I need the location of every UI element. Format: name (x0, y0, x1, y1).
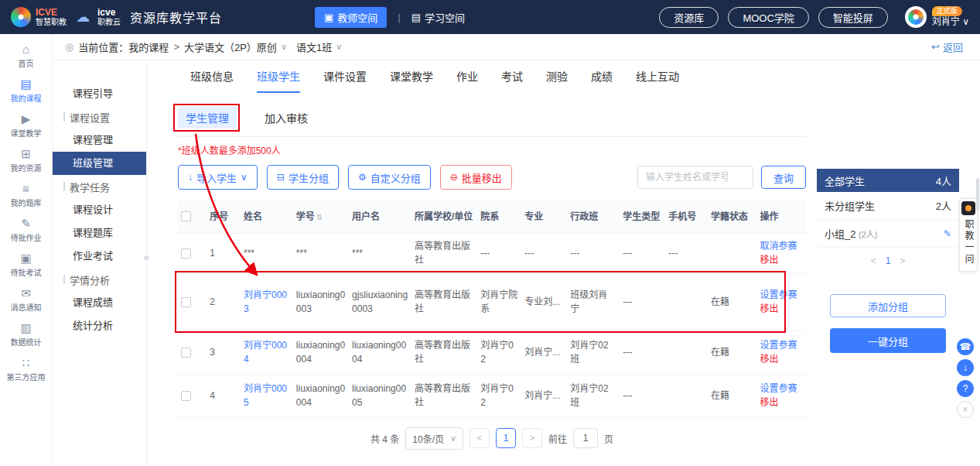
tab-class-info[interactable]: 班级信息 (190, 60, 234, 93)
search-input[interactable] (637, 166, 753, 189)
set-contest-link[interactable]: 设置参赛 (760, 288, 803, 302)
col-school: 所属学校/单位 (411, 199, 477, 233)
group-row[interactable]: 小组_2 (2人) ✎ (817, 220, 959, 248)
tab-online-interaction[interactable]: 线上互动 (636, 60, 679, 93)
remove-link[interactable]: 移出 (760, 302, 803, 316)
prev-page-button[interactable]: < (470, 428, 490, 448)
query-button[interactable]: 查询 (761, 166, 806, 189)
float-buttons: ☎ ↓ ? × (957, 338, 974, 418)
current-page[interactable]: 1 (496, 428, 516, 448)
class-dropdown-icon[interactable]: ∨ (336, 42, 342, 52)
remove-link[interactable]: 移出 (760, 352, 803, 366)
row-checkbox[interactable] (181, 391, 191, 401)
sidebar-item-course-question-bank[interactable]: 课程题库 (53, 221, 146, 245)
tab-class-students[interactable]: 班级学生 (257, 60, 300, 93)
rail-item-classroom-teaching[interactable]: ▶课堂教学 (0, 108, 52, 143)
download-float-button[interactable]: ↓ (957, 359, 974, 376)
zhijiao-qa-widget[interactable]: 职教一问 (959, 198, 978, 272)
batch-remove-button[interactable]: ⊖ 批量移出 (440, 165, 512, 190)
close-float-button[interactable]: × (957, 401, 974, 418)
sidebar-collapse-icon[interactable]: « (141, 246, 152, 268)
sidebar-item-course-grades[interactable]: 课程成绩 (53, 291, 146, 314)
student-name-link[interactable]: 刘肖宁0003 (244, 290, 287, 314)
sidebar-item-course-design[interactable]: 课程设计 (53, 198, 146, 221)
learning-space-button[interactable]: ▤ 学习空间 (411, 10, 465, 25)
tab-quiz[interactable]: 测验 (546, 60, 568, 93)
set-contest-link[interactable]: 设置参赛 (760, 338, 803, 352)
course-dropdown-icon[interactable]: ∨ (281, 42, 287, 52)
row-checkbox[interactable] (181, 248, 191, 259)
tab-courseware-settings[interactable]: 课件设置 (323, 60, 367, 93)
subtab-student-management[interactable]: 学生管理 (178, 107, 237, 128)
tabs-row: 班级信息 班级学生 课件设置 课堂教学 作业 考试 测验 成绩 线上互动 (178, 60, 806, 93)
col-major: 专业 (521, 199, 567, 233)
customer-service-button[interactable]: ☎ (957, 338, 974, 355)
rail-item-pending-exams[interactable]: ▣待批考试 (0, 248, 52, 283)
sidebar-item-homework-exam[interactable]: 作业考试 (53, 245, 146, 268)
sidebar-item-course-management[interactable]: 课程管理 (53, 128, 146, 152)
groups-next-button[interactable]: > (900, 255, 905, 266)
ungrouped-count: 2人 (936, 198, 951, 213)
tab-homework[interactable]: 作业 (456, 60, 478, 93)
all-students-header[interactable]: 全部学生 4人 (817, 169, 959, 192)
sort-icon[interactable]: ⇅ (316, 213, 323, 221)
nav-divider: | (398, 12, 400, 23)
sidebar-item-class-management[interactable]: 班级管理 (53, 152, 146, 175)
groups-prev-button[interactable]: < (871, 255, 876, 266)
add-group-button[interactable]: 添加分组 (830, 294, 946, 317)
back-button[interactable]: ↩ 返回 (931, 39, 963, 54)
students-table: 序号 姓名 学号⇅ 用户名 所属学校/单位 院系 专业 行政班 学生类型 手机号… (178, 199, 806, 418)
remove-link[interactable]: 移出 (760, 253, 803, 267)
next-page-button[interactable]: > (522, 428, 542, 448)
rail-item-my-courses[interactable]: ▤我的课程 (0, 74, 52, 108)
logo2-line1: icve (97, 8, 121, 18)
select-all-checkbox[interactable] (181, 211, 191, 221)
cancel-contest-link[interactable]: 取消参赛 (760, 239, 803, 253)
sidebar-item-course-guide[interactable]: 课程引导 (53, 82, 146, 105)
tab-classroom-teaching[interactable]: 课堂教学 (390, 60, 433, 93)
rail-item-third-party[interactable]: ∷第三方应用 (0, 352, 52, 387)
groups-current-page[interactable]: 1 (886, 255, 891, 266)
page-size-select[interactable]: 10条/页 ∨ (405, 427, 463, 450)
breadcrumb-my-courses[interactable]: 我的课程 (128, 39, 169, 54)
breadcrumb-class[interactable]: 语文1班 (296, 39, 332, 54)
col-status: 学籍状态 (708, 199, 756, 233)
student-name: *** (241, 233, 293, 273)
mooc-college-button[interactable]: MOOC学院 (728, 7, 808, 28)
row-checkbox[interactable] (181, 348, 191, 358)
row-checkbox[interactable] (181, 297, 191, 307)
rail-item-question-bank[interactable]: ≡我的题库 (0, 178, 52, 213)
rail-item-notifications[interactable]: ✉消息通知 (0, 283, 52, 317)
subtab-join-review[interactable]: 加入审核 (257, 107, 316, 128)
rail-item-statistics[interactable]: ▥数据统计 (0, 317, 52, 352)
remove-link[interactable]: 移出 (760, 396, 803, 409)
goto-page-input[interactable] (573, 428, 598, 448)
import-students-button[interactable]: ↓ 导入学生 ∨ (178, 165, 258, 190)
table-row: 3 刘肖宁0004 liuxiaoning0004 liuxiaoning000… (178, 331, 806, 374)
ungrouped-students-row[interactable]: 未分组学生 2人 (817, 192, 959, 220)
class-limit-notice: *班级人数最多添加500人 (178, 143, 806, 156)
student-name-link[interactable]: 刘肖宁0004 (244, 340, 287, 365)
student-name-link[interactable]: 刘肖宁0005 (244, 383, 287, 408)
sidebar-item-statistical-analysis[interactable]: 统计分析 (53, 314, 146, 338)
tab-exam[interactable]: 考试 (501, 60, 523, 93)
rail-item-home[interactable]: ⌂首页 (0, 39, 52, 74)
help-button[interactable]: ? (957, 380, 974, 397)
rail-item-pending-homework[interactable]: ✎待批作业 (0, 213, 52, 248)
breadcrumb-course[interactable]: 大学语文（2P）原创 (184, 39, 277, 54)
edit-group-icon[interactable]: ✎ (944, 228, 951, 239)
teacher-space-button[interactable]: ▣ 教师空间 (315, 7, 387, 28)
smart-cast-button[interactable]: 智能投屏 (818, 7, 888, 28)
user-menu[interactable]: 正式版 刘肖宁 ∨ (905, 6, 969, 28)
custom-grouping-button[interactable]: ⚙ 自定义分组 (348, 165, 431, 190)
resource-library-button[interactable]: 资源库 (659, 7, 719, 28)
gear-icon: ⚙ (358, 172, 367, 183)
auto-group-button[interactable]: 一键分组 (830, 328, 946, 353)
set-contest-link[interactable]: 设置参赛 (760, 382, 803, 396)
breadcrumb-separator: > (173, 41, 179, 53)
rail-item-my-resources[interactable]: ⊞我的资源 (0, 143, 52, 178)
tab-grades[interactable]: 成绩 (591, 60, 613, 93)
student-grouping-button[interactable]: ⊟ 学生分组 (267, 165, 339, 190)
scrollbar-thumb[interactable] (976, 178, 979, 211)
chevron-down-icon: ∨ (450, 433, 456, 444)
